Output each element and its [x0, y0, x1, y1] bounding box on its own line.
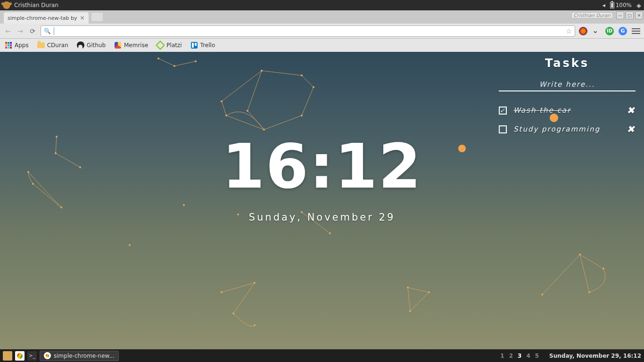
back-button[interactable]: ←	[4, 27, 12, 35]
svg-point-3	[32, 183, 34, 185]
svg-point-37	[254, 282, 256, 284]
tab-strip: simple-chrome-new-tab by × Cristhian Dur…	[0, 10, 644, 24]
svg-point-44	[409, 310, 411, 312]
task-checkbox[interactable]: ✓	[499, 107, 507, 115]
svg-point-8	[157, 58, 159, 59]
distro-icon[interactable]	[3, 1, 10, 9]
battery-icon	[610, 2, 614, 8]
reload-button[interactable]: ⟳	[28, 27, 37, 35]
battery-indicator[interactable]: 100%	[610, 2, 632, 8]
tab-title: simple-chrome-new-tab by	[8, 15, 77, 21]
taskbar-active-window[interactable]: simple-chrome-new...	[40, 351, 119, 361]
bookmark-platzi[interactable]: Platzi	[157, 41, 182, 49]
svg-point-22	[225, 115, 227, 116]
svg-line-31	[248, 71, 262, 111]
extension-id-icon[interactable]: ID	[605, 27, 614, 35]
close-tab-icon[interactable]: ×	[80, 15, 85, 21]
chrome-launcher-icon[interactable]	[15, 351, 25, 361]
clock-widget: 16:12 Sunday, November 29	[222, 131, 422, 223]
menu-icon[interactable]	[632, 28, 640, 34]
svg-point-17	[261, 70, 263, 72]
svg-line-47	[408, 288, 410, 311]
bookmark-cduran[interactable]: CDuran	[37, 41, 68, 49]
system-tray: ◂ 100% ◈	[603, 2, 641, 9]
translate-icon[interactable]: G	[619, 27, 627, 35]
svg-point-13	[183, 204, 185, 206]
svg-line-11	[158, 58, 174, 66]
svg-line-30	[222, 101, 226, 115]
bookmark-label: Memrise	[124, 42, 148, 49]
svg-point-2	[79, 166, 81, 168]
workspace-5[interactable]: 5	[535, 353, 539, 359]
apps-grid-icon	[5, 42, 12, 49]
bookmark-github[interactable]: Github	[77, 41, 106, 49]
svg-line-12	[174, 61, 196, 66]
github-icon	[77, 41, 84, 49]
workspace-switcher[interactable]: 1 2 3 4 5	[500, 353, 539, 359]
new-task-input[interactable]	[499, 78, 636, 91]
svg-point-52	[541, 294, 543, 296]
svg-point-54	[458, 145, 466, 152]
svg-line-6	[56, 137, 57, 153]
svg-line-32	[248, 111, 264, 130]
bookmark-trello[interactable]: Trello	[190, 41, 215, 49]
new-tab-page: 16:12 Sunday, November 29 Tasks ✓ Wash t…	[0, 52, 644, 349]
svg-point-49	[603, 268, 604, 270]
svg-point-20	[301, 115, 303, 116]
svg-point-19	[313, 86, 314, 88]
wifi-icon[interactable]: ◈	[636, 2, 641, 9]
maximize-button[interactable]: ▢	[626, 11, 634, 19]
svg-point-34	[329, 232, 331, 234]
bookmark-label: Trello	[200, 42, 215, 49]
svg-point-4	[60, 206, 62, 208]
bookmark-star-icon[interactable]: ☆	[566, 27, 572, 35]
svg-line-53	[542, 255, 580, 295]
search-icon: 🔍	[44, 28, 51, 34]
svg-point-42	[407, 287, 409, 288]
bookmark-apps[interactable]: Apps	[5, 41, 29, 49]
address-bar[interactable]: 🔍 ☆	[41, 25, 575, 37]
workspace-1[interactable]: 1	[500, 353, 504, 359]
window-profile[interactable]: Cristhian Duran	[571, 12, 613, 18]
svg-point-1	[55, 152, 57, 154]
svg-line-51	[580, 255, 603, 269]
svg-line-29	[226, 115, 264, 130]
chrome-icon	[44, 352, 51, 359]
svg-line-46	[410, 292, 429, 311]
delete-task-icon[interactable]: ✖	[627, 105, 636, 116]
svg-line-45	[408, 288, 429, 292]
svg-point-23	[247, 110, 248, 112]
close-window-button[interactable]: ✕	[635, 11, 643, 19]
task-checkbox[interactable]	[499, 125, 507, 133]
task-item: Study programming ✖	[499, 120, 636, 139]
bookmark-label: CDuran	[47, 42, 68, 49]
workspace-3[interactable]: 3	[518, 353, 521, 359]
forward-button[interactable]: →	[16, 27, 25, 35]
minimize-button[interactable]: —	[616, 11, 624, 19]
svg-line-7	[56, 153, 80, 167]
svg-line-28	[264, 115, 302, 130]
new-tab-button[interactable]	[91, 13, 103, 21]
workspace-2[interactable]: 2	[509, 353, 513, 359]
pocket-icon[interactable]: ⌄	[592, 27, 601, 35]
svg-point-14	[129, 244, 131, 246]
os-taskbar: >_ simple-chrome-new... 1 2 3 4 5 Sunday…	[0, 349, 644, 362]
folder-icon	[37, 42, 45, 48]
svg-point-0	[56, 136, 58, 138]
svg-point-43	[428, 291, 430, 293]
svg-line-27	[302, 87, 314, 115]
browser-tab[interactable]: simple-chrome-new-tab by ×	[4, 12, 89, 24]
workspace-4[interactable]: 4	[526, 353, 530, 359]
extension-icon[interactable]	[579, 27, 587, 35]
terminal-launcher-icon[interactable]: >_	[27, 351, 37, 361]
trello-icon	[191, 42, 198, 49]
delete-task-icon[interactable]: ✖	[627, 123, 636, 135]
files-launcher-icon[interactable]	[3, 351, 12, 361]
bookmark-memrise[interactable]: Memrise	[114, 41, 148, 49]
svg-point-36	[221, 291, 223, 293]
svg-point-16	[221, 100, 223, 102]
taskbar-datetime[interactable]: Sunday, November 29, 16:12	[549, 353, 641, 359]
memrise-icon	[115, 42, 121, 49]
task-list: ✓ Wash the car ✖ Study programming ✖	[499, 101, 636, 139]
tray-caret-icon[interactable]: ◂	[603, 2, 605, 8]
